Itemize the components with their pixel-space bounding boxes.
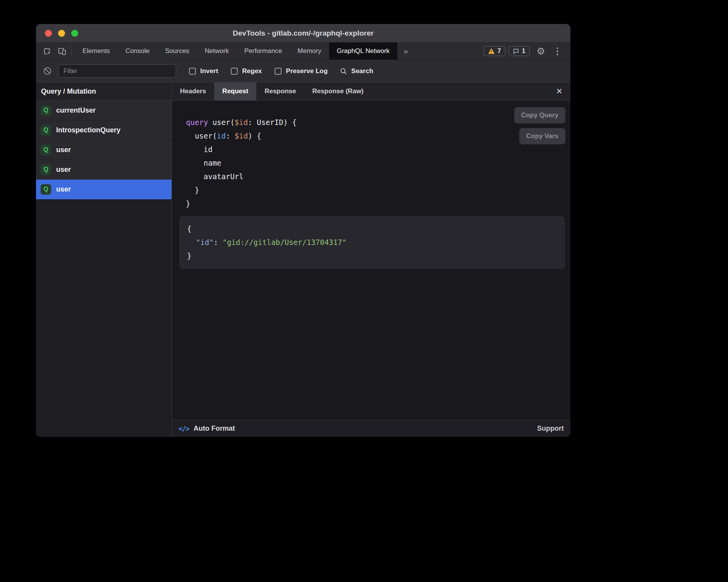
query-type-badge: Q [41, 125, 51, 135]
minimize-window-button[interactable] [58, 30, 65, 37]
support-link[interactable]: Support [537, 425, 564, 433]
zoom-window-button[interactable] [71, 30, 78, 37]
query-item-label: IntrospectionQuery [56, 126, 120, 134]
settings-gear-icon[interactable]: ⚙ [537, 46, 545, 56]
titlebar: DevTools - gitlab.com/-/graphql-explorer [36, 24, 570, 43]
detail-tabs: Headers Request Response Response (Raw) … [172, 82, 570, 101]
window-title: DevTools - gitlab.com/-/graphql-explorer [233, 29, 374, 38]
query-list-item-currentuser[interactable]: Q currentUser [36, 101, 172, 120]
warning-icon [488, 48, 495, 54]
tab-network[interactable]: Network [197, 43, 237, 60]
query-type-badge: Q [41, 184, 51, 195]
tab-console[interactable]: Console [118, 43, 157, 60]
request-variables-code: { "id": "gid://gitlab/User/13704317"} [187, 222, 557, 263]
issues-badge[interactable]: 1 [508, 46, 530, 56]
tab-response-raw[interactable]: Response (Raw) [304, 82, 371, 100]
detail-footer: </> Auto Format Support [172, 420, 570, 437]
tab-memory[interactable]: Memory [290, 43, 329, 60]
regex-checkbox-group[interactable]: Regex [231, 67, 262, 75]
close-icon[interactable]: ✕ [553, 82, 565, 100]
tab-response[interactable]: Response [256, 82, 304, 100]
devtools-tabstrip: Elements Console Sources Network Perform… [36, 43, 570, 60]
request-variables-box: { "id": "gid://gitlab/User/13704317"} [179, 216, 565, 269]
copy-query-button[interactable]: Copy Query [514, 107, 565, 123]
copy-buttons: Copy Query Copy Vars [514, 107, 565, 144]
query-item-label: user [56, 185, 71, 193]
tab-sources[interactable]: Sources [157, 43, 197, 60]
close-window-button[interactable] [45, 30, 52, 37]
tab-performance[interactable]: Performance [237, 43, 290, 60]
devtools-window: DevTools - gitlab.com/-/graphql-explorer… [36, 24, 570, 437]
query-type-badge: Q [41, 145, 51, 155]
search-icon [340, 67, 347, 75]
clear-block-icon[interactable] [43, 67, 52, 75]
query-item-label: currentUser [56, 106, 96, 115]
main-area: Query / Mutation Q currentUser Q Introsp… [36, 82, 570, 437]
query-item-label: user [56, 146, 71, 154]
auto-format-button[interactable]: Auto Format [194, 425, 235, 433]
message-bubble-icon [513, 48, 519, 55]
toolbar-separator [71, 46, 72, 56]
message-count: 1 [522, 48, 525, 55]
traffic-lights [45, 24, 78, 42]
copy-vars-button[interactable]: Copy Vars [519, 128, 565, 144]
preserve-log-label: Preserve Log [286, 67, 328, 75]
auto-format-code-icon[interactable]: </> [179, 425, 189, 433]
warning-count: 7 [498, 48, 501, 55]
query-list-item-user-2[interactable]: Q user [36, 160, 172, 180]
filter-input[interactable] [58, 64, 176, 78]
filter-bar: Invert Regex Preserve Log Search [36, 60, 570, 82]
invert-checkbox[interactable] [189, 68, 196, 75]
warnings-badge[interactable]: 7 [484, 46, 505, 56]
tab-request[interactable]: Request [214, 82, 256, 100]
regex-checkbox[interactable] [231, 68, 238, 75]
query-item-label: user [56, 166, 71, 174]
query-type-badge: Q [41, 105, 51, 116]
tabstrip-right: 7 1 ⚙ ⋮ [484, 43, 570, 60]
tab-elements[interactable]: Elements [75, 43, 118, 60]
search-label: Search [351, 67, 373, 75]
query-list-item-introspectionquery[interactable]: Q IntrospectionQuery [36, 120, 172, 140]
search-button[interactable]: Search [340, 67, 373, 75]
regex-label: Regex [242, 67, 262, 75]
request-body: Copy Query Copy Vars query user($id: Use… [172, 101, 570, 420]
tab-headers[interactable]: Headers [172, 82, 214, 100]
query-type-badge: Q [41, 164, 51, 175]
query-list-item-user-3-selected[interactable]: Q user [36, 180, 172, 199]
preserve-log-checkbox[interactable] [275, 68, 282, 75]
query-sidebar: Query / Mutation Q currentUser Q Introsp… [36, 82, 172, 437]
device-toolbar-icon[interactable] [58, 47, 67, 56]
request-query-code: query user($id: UserID) { user(id: $id) … [186, 116, 570, 211]
detail-panel: Headers Request Response Response (Raw) … [172, 82, 570, 437]
tab-graphql-network[interactable]: GraphQL Network [329, 43, 397, 60]
invert-checkbox-group[interactable]: Invert [189, 67, 218, 75]
query-list-item-user-1[interactable]: Q user [36, 140, 172, 160]
kebab-menu-icon[interactable]: ⋮ [551, 47, 564, 56]
tabstrip-icons [36, 43, 70, 60]
more-tabs-chevron-icon[interactable]: » [397, 43, 414, 60]
invert-label: Invert [200, 67, 218, 75]
preserve-log-checkbox-group[interactable]: Preserve Log [275, 67, 328, 75]
inspect-element-icon[interactable] [43, 47, 52, 56]
sidebar-header: Query / Mutation [36, 82, 172, 101]
